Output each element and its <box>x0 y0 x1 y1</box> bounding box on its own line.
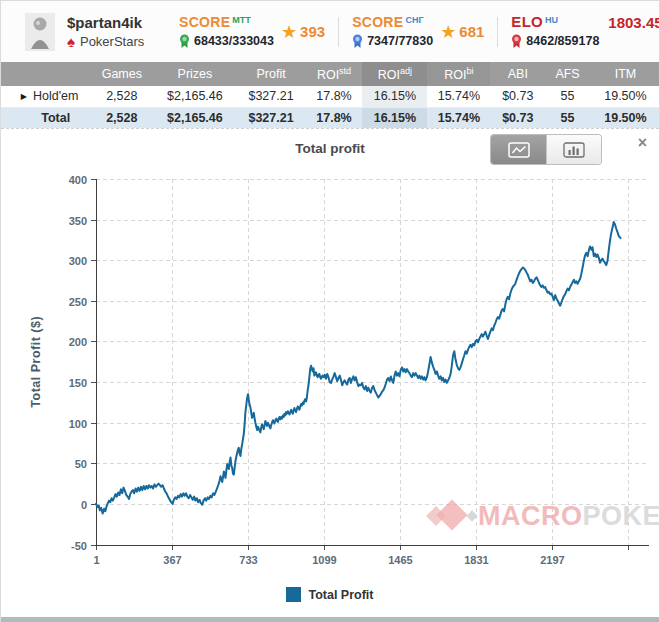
player-identity: $partan4ik ♠ PokerStars <box>67 14 179 49</box>
svg-text:1099: 1099 <box>312 554 336 566</box>
svg-text:2197: 2197 <box>540 554 564 566</box>
col-games: Games <box>90 62 153 86</box>
svg-text:1: 1 <box>93 554 99 566</box>
score-cis-sup: СНГ <box>405 15 423 25</box>
col-roi-adj: ROIadj <box>362 62 427 86</box>
col-roi-std: ROIstd <box>306 62 363 86</box>
cell-roi-std: 17.8% <box>306 86 363 107</box>
score-cis-star-value: 681 <box>459 23 484 40</box>
score-mtt-star-value: 393 <box>300 23 325 40</box>
stats-header-row: Games Prizes Profit ROIstd ROIadj ROIbi … <box>1 62 660 86</box>
chart-legend[interactable]: Total Profit <box>1 587 659 602</box>
svg-text:1831: 1831 <box>464 554 488 566</box>
chart-header: Total profit × <box>1 129 659 169</box>
cell-profit: $327.21 <box>237 107 306 128</box>
svg-text:0: 0 <box>81 499 87 511</box>
svg-text:200: 200 <box>69 336 87 348</box>
col-roi-bi: ROIbi <box>427 62 490 86</box>
table-row-holdem[interactable]: ▶Hold'em 2,528 $2,165.46 $327.21 17.8% 1… <box>1 86 660 107</box>
table-row-total: Total 2,528 $2,165.46 $327.21 17.8% 16.1… <box>1 107 660 128</box>
col-game-type <box>1 62 90 86</box>
cell-roi-bi: 15.74% <box>427 107 490 128</box>
score-cis-title: SCORE <box>352 14 403 30</box>
elo-sup: HU <box>545 15 558 25</box>
legend-swatch <box>286 587 301 602</box>
cell-roi-std: 17.8% <box>306 107 363 128</box>
svg-text:733: 733 <box>239 554 257 566</box>
divider <box>338 17 339 47</box>
svg-text:-50: -50 <box>71 540 87 552</box>
avatar <box>25 13 55 51</box>
cell-roi-adj: 16.15% <box>362 86 427 107</box>
medal-blue-icon <box>352 34 363 49</box>
svg-text:150: 150 <box>69 377 87 389</box>
pokerstars-spade-icon: ♠ <box>67 34 75 49</box>
cell-prizes: $2,165.46 <box>153 107 236 128</box>
score-mtt-rank: 68433/333043 <box>194 34 274 48</box>
medal-red-icon <box>511 34 522 49</box>
expand-arrow-icon[interactable]: ▶ <box>21 92 27 101</box>
cell-games: 2,528 <box>90 107 153 128</box>
watermark-poker: POKER <box>583 501 660 531</box>
elo-rank: 8462/859178 <box>526 34 599 48</box>
col-profit: Profit <box>237 62 306 86</box>
cell-prizes: $2,165.46 <box>153 86 236 107</box>
cell-abi: $0.73 <box>490 86 545 107</box>
cell-itm: 19.50% <box>590 86 660 107</box>
col-abi: ABI <box>490 62 545 86</box>
svg-text:250: 250 <box>69 296 87 308</box>
line-chart-icon <box>508 142 530 158</box>
cell-profit: $327.21 <box>237 86 306 107</box>
cell-games: 2,528 <box>90 86 153 107</box>
macropoker-logo-icon <box>424 496 478 536</box>
watermark-macro: MACRO <box>478 501 583 531</box>
score-mtt-title: SCORE <box>179 14 230 30</box>
stats-table: Games Prizes Profit ROIstd ROIadj ROIbi … <box>1 62 660 128</box>
col-afs: AFS <box>545 62 590 86</box>
close-icon[interactable]: × <box>638 135 647 151</box>
score-mtt-sup: MTT <box>232 15 251 25</box>
elo-block: ELOHU 8462/859178 <box>511 15 599 49</box>
cell-afs: 55 <box>545 107 590 128</box>
star-icon: ★ <box>281 23 297 41</box>
score-cis-stars: ★ 681 <box>440 23 484 41</box>
legend-label: Total Profit <box>308 588 373 602</box>
svg-text:400: 400 <box>69 174 87 186</box>
cell-itm: 19.50% <box>590 107 660 128</box>
svg-text:50: 50 <box>75 458 87 470</box>
chart-area: 400350300250200150100500-501367733109914… <box>1 169 659 618</box>
score-mtt-stars: ★ 393 <box>281 23 325 41</box>
star-icon: ★ <box>440 23 456 41</box>
col-prizes: Prizes <box>153 62 236 86</box>
site-name: PokerStars <box>80 34 144 49</box>
macropoker-watermark: MACROPOKER <box>424 496 660 536</box>
elo-rating: 1803.45 <box>608 14 660 31</box>
score-cis-rank: 7347/77830 <box>367 34 433 48</box>
svg-text:100: 100 <box>69 418 87 430</box>
profile-header: $partan4ik ♠ PokerStars SCOREMTT 68433/3… <box>1 1 659 62</box>
score-cis-block: SCOREСНГ 7347/77830 <box>352 15 433 49</box>
bottom-border <box>1 617 659 622</box>
bar-chart-icon <box>563 142 585 158</box>
username: $partan4ik <box>67 14 179 31</box>
avatar-image <box>25 13 55 51</box>
chart-panel: Total profit × <box>1 128 659 617</box>
cell-abi: $0.73 <box>490 107 545 128</box>
svg-text:367: 367 <box>163 554 181 566</box>
cell-roi-adj: 16.15% <box>362 107 427 128</box>
svg-text:Total Profit ($): Total Profit ($) <box>29 316 43 408</box>
bar-chart-button[interactable] <box>546 135 601 164</box>
row-label: Total <box>1 107 90 128</box>
row-label: Hold'em <box>33 89 78 103</box>
elo-title: ELO <box>511 13 543 30</box>
macropoker-widget: $partan4ik ♠ PokerStars SCOREMTT 68433/3… <box>0 0 660 622</box>
medal-green-icon <box>179 34 190 49</box>
col-itm: ITM <box>590 62 660 86</box>
svg-text:350: 350 <box>69 215 87 227</box>
chart-type-toggle <box>491 135 601 164</box>
cell-afs: 55 <box>545 86 590 107</box>
svg-text:1465: 1465 <box>388 554 412 566</box>
score-mtt-block: SCOREMTT 68433/333043 <box>179 15 274 49</box>
line-chart-button[interactable] <box>491 135 546 164</box>
cell-roi-bi: 15.74% <box>427 86 490 107</box>
